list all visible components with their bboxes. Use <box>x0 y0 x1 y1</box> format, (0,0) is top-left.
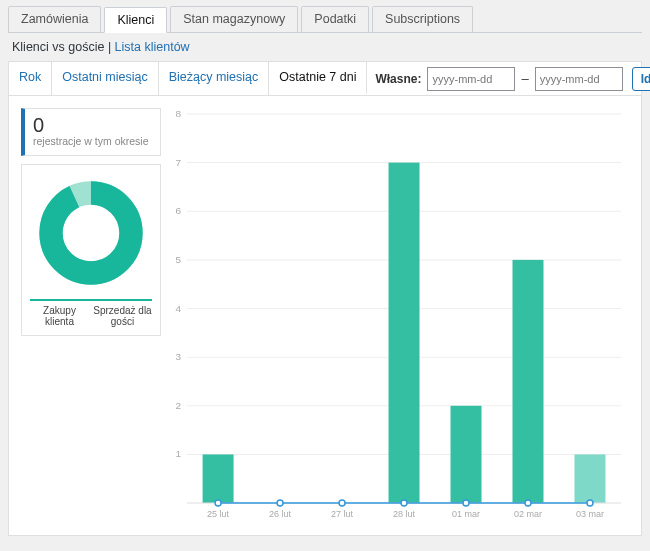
tab-customers[interactable]: Klienci <box>104 7 167 33</box>
range-year[interactable]: Rok <box>9 62 52 95</box>
svg-text:01 mar: 01 mar <box>452 509 480 519</box>
svg-point-40 <box>215 500 221 506</box>
svg-point-45 <box>525 500 531 506</box>
stat-registrations: 0 rejestracje w tym okresie <box>21 108 161 156</box>
svg-point-41 <box>277 500 283 506</box>
donut-chart <box>31 173 151 293</box>
svg-text:3: 3 <box>175 351 181 362</box>
range-this-month[interactable]: Bieżący miesiąc <box>159 62 270 95</box>
donut-legend: Zakupy klienta Sprzedaż dla gości <box>30 299 152 327</box>
svg-text:02 mar: 02 mar <box>514 509 542 519</box>
tab-taxes[interactable]: Podatki <box>301 6 369 32</box>
svg-text:8: 8 <box>175 108 181 119</box>
date-from[interactable] <box>427 67 515 91</box>
svg-text:25 lut: 25 lut <box>207 509 230 519</box>
chart-area: 1234567825 lut26 lut27 lut28 lut01 mar02… <box>167 108 629 527</box>
svg-point-43 <box>401 500 407 506</box>
stat-label: rejestracje w tym okresie <box>33 135 152 147</box>
subnav-link[interactable]: Lista klientów <box>115 40 190 54</box>
custom-label: Własne: <box>375 72 421 86</box>
svg-text:27 lut: 27 lut <box>331 509 354 519</box>
tab-subscriptions[interactable]: Subscriptions <box>372 6 473 32</box>
date-to[interactable] <box>535 67 623 91</box>
svg-text:6: 6 <box>175 205 181 216</box>
date-separator: – <box>521 71 528 86</box>
range-last-7-days[interactable]: Ostatnie 7 dni <box>269 62 367 95</box>
svg-point-44 <box>463 500 469 506</box>
legend-right: Sprzedaż dla gości <box>93 305 152 327</box>
svg-text:7: 7 <box>175 157 181 168</box>
svg-text:4: 4 <box>175 303 181 314</box>
svg-rect-22 <box>451 406 482 503</box>
svg-text:28 lut: 28 lut <box>393 509 416 519</box>
svg-text:1: 1 <box>175 448 181 459</box>
svg-rect-23 <box>512 260 543 503</box>
subnav: Klienci vs goście | Lista klientów <box>8 33 642 61</box>
tab-orders[interactable]: Zamówienia <box>8 6 101 32</box>
stat-value: 0 <box>33 115 152 135</box>
svg-rect-21 <box>389 163 420 503</box>
svg-rect-18 <box>203 454 234 503</box>
tab-stock[interactable]: Stan magazynowy <box>170 6 298 32</box>
svg-text:2: 2 <box>175 400 181 411</box>
go-button[interactable]: Idź <box>632 67 650 91</box>
svg-point-1 <box>51 193 131 273</box>
legend-left: Zakupy klienta <box>30 305 89 327</box>
svg-text:03 mar: 03 mar <box>576 509 604 519</box>
subnav-current: Klienci vs goście <box>12 40 104 54</box>
donut-card: Zakupy klienta Sprzedaż dla gości <box>21 164 161 336</box>
range-last-month[interactable]: Ostatni miesiąc <box>52 62 158 95</box>
svg-point-46 <box>587 500 593 506</box>
report-tabs: Zamówienia Klienci Stan magazynowy Podat… <box>8 6 642 33</box>
range-custom: Własne: – Idź <box>367 62 650 95</box>
range-bar: Rok Ostatni miesiąc Bieżący miesiąc Osta… <box>8 61 642 96</box>
svg-rect-24 <box>574 454 605 503</box>
svg-text:26 lut: 26 lut <box>269 509 292 519</box>
svg-text:5: 5 <box>175 254 181 265</box>
svg-point-42 <box>339 500 345 506</box>
